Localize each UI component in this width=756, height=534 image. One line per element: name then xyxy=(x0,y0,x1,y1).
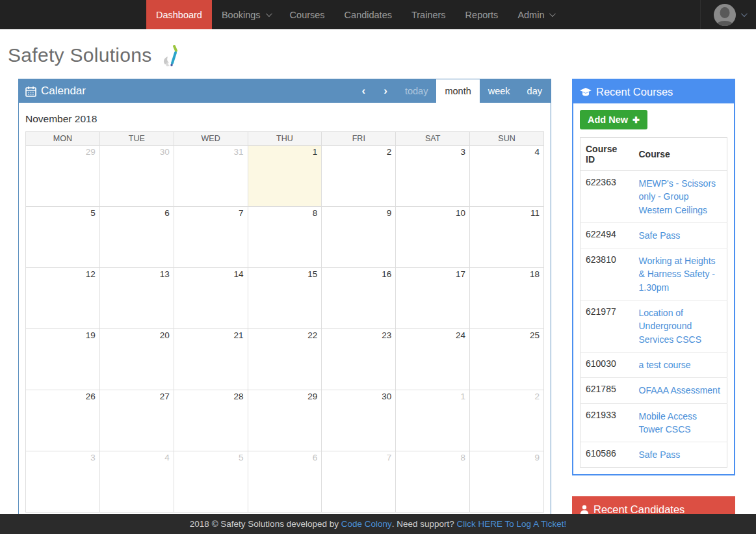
course-row: 621933Mobile Access Tower CSCS xyxy=(580,403,727,442)
month-view-button[interactable]: month xyxy=(436,79,479,103)
course-id-cell: 610030 xyxy=(580,352,634,377)
user-menu[interactable] xyxy=(700,0,756,29)
calendar-day-cell[interactable]: 19 xyxy=(26,329,100,390)
calendar-day-cell[interactable]: 3 xyxy=(26,451,100,513)
nav-item-dashboard[interactable]: Dashboard xyxy=(146,0,212,29)
nav-item-label: Dashboard xyxy=(156,10,202,20)
nav-item-reports[interactable]: Reports xyxy=(456,0,508,29)
day-view-button[interactable]: day xyxy=(519,79,551,103)
calendar-day-cell[interactable]: 9 xyxy=(322,207,396,268)
calendar-day-cell[interactable]: 2 xyxy=(322,146,396,207)
calendar-day-cell[interactable]: 8 xyxy=(248,207,322,268)
course-link[interactable]: Safe Pass xyxy=(639,229,681,242)
course-id-cell: 622494 xyxy=(580,222,634,248)
calendar-day-cell[interactable]: 28 xyxy=(174,390,248,451)
nav-item-bookings[interactable]: Bookings xyxy=(212,0,280,29)
calendar-day-cell[interactable]: 21 xyxy=(174,329,248,390)
course-id-column-header: Course ID xyxy=(580,138,634,171)
avatar xyxy=(714,4,736,26)
graduation-cap-icon xyxy=(580,87,592,97)
nav-item-trainers[interactable]: Trainers xyxy=(402,0,456,29)
recent-courses-title: Recent Courses xyxy=(596,86,673,98)
courses-table-header-row: Course ID Course xyxy=(580,138,727,171)
calendar-day-cell[interactable]: 8 xyxy=(396,451,470,513)
nav-item-admin[interactable]: Admin xyxy=(508,0,564,29)
course-link[interactable]: Location of Underground Services CSCS xyxy=(639,306,722,346)
chevron-down-icon xyxy=(741,10,748,17)
calendar-day-cell[interactable]: 4 xyxy=(470,146,544,207)
calendar-day-cell[interactable]: 13 xyxy=(99,268,174,329)
calendar-day-headers: MONTUEWEDTHUFRISATSUN xyxy=(26,132,544,146)
calendar-day-cell[interactable]: 6 xyxy=(248,451,322,513)
week-view-button[interactable]: week xyxy=(480,79,519,103)
calendar-day-cell[interactable]: 16 xyxy=(322,268,396,329)
nav-item-candidates[interactable]: Candidates xyxy=(335,0,402,29)
nav-item-label: Courses xyxy=(290,10,325,20)
calendar-toolbar: ‹ › today month week day xyxy=(353,79,551,103)
footer-text: . Need support? xyxy=(392,519,457,529)
calendar-day-cell[interactable]: 2 xyxy=(470,390,544,451)
calendar-day-cell[interactable]: 20 xyxy=(99,329,174,390)
nav-item-courses[interactable]: Courses xyxy=(280,0,335,29)
prev-month-button[interactable]: ‹ xyxy=(353,79,375,103)
day-of-week-header: TUE xyxy=(99,132,174,146)
page-footer: 2018 © Safety Solutions developed by Cod… xyxy=(0,514,756,534)
calendar-day-cell[interactable]: 11 xyxy=(470,207,544,268)
course-row: 622363MEWP's - Scissors only - Group Wes… xyxy=(580,171,727,223)
calendar-day-cell[interactable]: 22 xyxy=(248,329,322,390)
brand-logo-icon xyxy=(160,42,181,68)
calendar-day-cell[interactable]: 5 xyxy=(26,207,100,268)
code-colony-link[interactable]: Code Colony xyxy=(341,519,392,529)
calendar-day-cell[interactable]: 5 xyxy=(174,451,248,513)
course-link[interactable]: Working at Heights & Harness Safety - 1.… xyxy=(639,254,722,294)
calendar-day-cell[interactable]: 3 xyxy=(396,146,470,207)
calendar-week-row: 2930311234 xyxy=(26,146,544,207)
calendar-day-cell[interactable]: 29 xyxy=(248,390,322,451)
calendar-day-cell[interactable]: 6 xyxy=(99,207,174,268)
calendar-body: November 2018 MONTUEWEDTHUFRISATSUN 2930… xyxy=(19,103,551,519)
course-link[interactable]: a test course xyxy=(639,358,691,371)
calendar-day-cell[interactable]: 12 xyxy=(26,268,100,329)
nav-item-label: Candidates xyxy=(345,10,392,20)
nav-item-label: Admin xyxy=(517,10,544,20)
course-row: 623810Working at Heights & Harness Safet… xyxy=(580,248,727,300)
course-link[interactable]: MEWP's - Scissors only - Group Western C… xyxy=(639,177,722,217)
calendar-day-cell[interactable]: 31 xyxy=(174,146,248,207)
calendar-day-cell[interactable]: 10 xyxy=(396,207,470,268)
calendar-day-cell[interactable]: 30 xyxy=(99,146,174,207)
calendar-panel-title: Calendar xyxy=(41,85,86,98)
next-month-button[interactable]: › xyxy=(374,79,397,103)
course-name-cell: Location of Underground Services CSCS xyxy=(634,300,727,353)
log-ticket-link[interactable]: Click HERE To Log A Ticket! xyxy=(457,519,567,529)
calendar-day-cell[interactable]: 29 xyxy=(26,146,100,207)
calendar-day-cell[interactable]: 18 xyxy=(470,268,544,329)
calendar-day-cell[interactable]: 14 xyxy=(174,268,248,329)
calendar-day-cell[interactable]: 4 xyxy=(99,451,174,513)
calendar-day-cell[interactable]: 7 xyxy=(174,207,248,268)
add-new-course-button[interactable]: Add New ✚ xyxy=(580,110,647,129)
calendar-day-cell[interactable]: 30 xyxy=(322,390,396,451)
calendar-day-cell[interactable]: 7 xyxy=(322,451,396,513)
course-name-cell: OFAAA Assessment xyxy=(634,378,727,403)
course-link[interactable]: Mobile Access Tower CSCS xyxy=(639,410,722,436)
calendar-day-cell[interactable]: 1 xyxy=(396,390,470,451)
calendar-grid: MONTUEWEDTHUFRISATSUN 293031123456789101… xyxy=(25,131,544,513)
course-link[interactable]: Safe Pass xyxy=(639,448,681,461)
today-button[interactable]: today xyxy=(397,79,436,103)
course-link[interactable]: OFAAA Assessment xyxy=(639,384,720,397)
course-column-header: Course xyxy=(634,138,727,171)
user-icon xyxy=(580,505,589,514)
calendar-day-cell[interactable]: 23 xyxy=(322,329,396,390)
calendar-day-cell-today[interactable]: 1 xyxy=(248,146,322,207)
recent-courses-header: Recent Courses xyxy=(573,80,734,103)
calendar-day-cell[interactable]: 25 xyxy=(470,329,544,390)
calendar-panel: Calendar ‹ › today month week day Novemb… xyxy=(18,79,551,520)
recent-courses-panel: Recent Courses Add New ✚ Course ID Cours… xyxy=(572,79,735,475)
calendar-day-cell[interactable]: 26 xyxy=(26,390,100,451)
calendar-day-cell[interactable]: 27 xyxy=(99,390,174,451)
calendar-day-cell[interactable]: 15 xyxy=(248,268,322,329)
calendar-day-cell[interactable]: 24 xyxy=(396,329,470,390)
course-name-cell: Mobile Access Tower CSCS xyxy=(634,403,727,442)
calendar-day-cell[interactable]: 9 xyxy=(470,451,544,513)
calendar-day-cell[interactable]: 17 xyxy=(396,268,470,329)
